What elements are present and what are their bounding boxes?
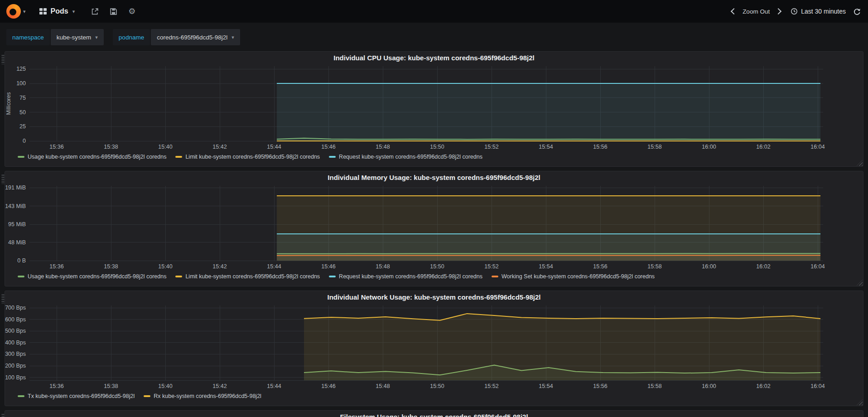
svg-text:16:00: 16:00 bbox=[702, 144, 716, 150]
svg-text:15:46: 15:46 bbox=[321, 144, 335, 150]
variable-label: namespace bbox=[6, 29, 50, 45]
share-icon bbox=[91, 8, 99, 15]
row-drag-handle[interactable] bbox=[1, 54, 5, 64]
series-line bbox=[277, 255, 820, 256]
legend-series-color-icon bbox=[329, 276, 336, 277]
namespace-dropdown[interactable]: kube-system ▾ bbox=[51, 29, 104, 45]
cpu-usage-chart[interactable]: 15:3615:3815:4015:4215:4415:4615:4815:50… bbox=[5, 64, 863, 151]
legend-series-name: Tx kube-system coredns-695f96dcd5-98j2l bbox=[28, 393, 135, 399]
legend-item[interactable]: Limit kube-system coredns-695f96dcd5-98j… bbox=[175, 154, 320, 160]
legend-series-color-icon bbox=[18, 276, 24, 277]
svg-text:15:36: 15:36 bbox=[49, 383, 63, 389]
network-usage-chart[interactable]: 15:3615:3815:4015:4215:4415:4615:4815:50… bbox=[5, 304, 863, 391]
legend-series-color-icon bbox=[492, 276, 498, 277]
zoom-out-button[interactable]: Zoom Out bbox=[743, 8, 770, 15]
legend-series-color-icon bbox=[175, 276, 182, 277]
svg-text:15:36: 15:36 bbox=[49, 144, 63, 150]
legend: Tx kube-system coredns-695f96dcd5-98j2lR… bbox=[5, 391, 863, 402]
panel-cpu-usage: Individual CPU Usage: kube-system coredn… bbox=[5, 51, 863, 167]
svg-text:500 Bps: 500 Bps bbox=[5, 328, 26, 334]
chart-canvas[interactable]: 15:3615:3815:4015:4215:4415:4615:4815:50… bbox=[5, 304, 863, 391]
legend-series-color-icon bbox=[18, 156, 24, 158]
svg-text:15:58: 15:58 bbox=[647, 144, 661, 150]
svg-text:0 B: 0 B bbox=[17, 257, 26, 264]
legend-item[interactable]: Working Set kube-system coredns-695f96dc… bbox=[492, 273, 655, 280]
svg-text:16:02: 16:02 bbox=[756, 144, 770, 150]
svg-text:15:56: 15:56 bbox=[593, 383, 607, 389]
legend-item[interactable]: Request kube-system coredns-695f96dcd5-9… bbox=[329, 154, 482, 160]
dashboard-panels: Individual CPU Usage: kube-system coredn… bbox=[0, 51, 868, 417]
svg-text:15:44: 15:44 bbox=[267, 263, 281, 270]
refresh-button[interactable] bbox=[852, 7, 862, 16]
row-drag-handle[interactable] bbox=[1, 294, 5, 304]
settings-button[interactable]: ⚙ bbox=[127, 6, 136, 16]
panel-title[interactable]: Individual Memory Usage: kube-system cor… bbox=[5, 171, 863, 184]
memory-usage-chart[interactable]: 15:3615:3815:4015:4215:4415:4615:4815:50… bbox=[5, 184, 863, 271]
panel-title[interactable]: Individual Network Usage: kube-system co… bbox=[5, 291, 863, 304]
svg-text:16:00: 16:00 bbox=[702, 383, 716, 389]
grafana-logo[interactable]: ▾ bbox=[6, 4, 26, 19]
variable-namespace: namespace kube-system ▾ bbox=[6, 29, 104, 45]
row-drag-handle[interactable] bbox=[1, 174, 5, 184]
svg-text:0: 0 bbox=[23, 138, 26, 144]
save-icon bbox=[110, 8, 117, 15]
svg-text:100 Bps: 100 Bps bbox=[5, 374, 26, 381]
svg-text:15:52: 15:52 bbox=[484, 144, 498, 150]
panel-title[interactable]: Individual CPU Usage: kube-system coredn… bbox=[5, 52, 863, 64]
share-button[interactable] bbox=[90, 7, 100, 16]
svg-text:400 Bps: 400 Bps bbox=[5, 339, 26, 346]
legend-item[interactable]: Usage kube-system coredns-695f96dcd5-98j… bbox=[18, 154, 166, 160]
chevron-down-icon: ▾ bbox=[23, 9, 26, 14]
series-fill bbox=[304, 314, 820, 380]
svg-text:15:54: 15:54 bbox=[539, 383, 553, 389]
legend-series-name: Limit kube-system coredns-695f96dcd5-98j… bbox=[185, 273, 320, 280]
legend-series-name: Working Set kube-system coredns-695f96dc… bbox=[502, 273, 655, 280]
svg-text:15:42: 15:42 bbox=[212, 144, 227, 150]
variable-podname: podname coredns-695f96dcd5-98j2l ▾ bbox=[113, 29, 240, 45]
legend-item[interactable]: Usage kube-system coredns-695f96dcd5-98j… bbox=[18, 273, 166, 280]
svg-text:15:44: 15:44 bbox=[267, 144, 281, 150]
navbar: ▾ Pods ▾ ⚙ Zoom Out bbox=[0, 0, 868, 23]
legend-series-name: Request kube-system coredns-695f96dcd5-9… bbox=[339, 154, 482, 160]
panel-filesystem-usage: Filesystem Usage: kube-system coredns-69… bbox=[5, 410, 863, 417]
grafana-logo-icon bbox=[6, 4, 21, 19]
svg-text:15:56: 15:56 bbox=[593, 263, 607, 270]
legend-series-name: Limit kube-system coredns-695f96dcd5-98j… bbox=[185, 154, 320, 160]
refresh-icon bbox=[853, 8, 861, 15]
svg-text:143 MiB: 143 MiB bbox=[5, 203, 26, 209]
chart-canvas[interactable]: 15:3615:3815:4015:4215:4415:4615:4815:50… bbox=[5, 184, 863, 271]
svg-text:191 MiB: 191 MiB bbox=[5, 184, 26, 191]
svg-text:15:52: 15:52 bbox=[484, 383, 498, 389]
svg-text:125: 125 bbox=[16, 66, 26, 72]
row-drag-handle[interactable] bbox=[1, 413, 5, 417]
svg-text:700 Bps: 700 Bps bbox=[5, 305, 26, 311]
dashboard-tools: ⚙ bbox=[90, 6, 136, 16]
chevron-down-icon: ▾ bbox=[231, 35, 234, 40]
svg-text:15:48: 15:48 bbox=[376, 263, 390, 270]
svg-text:600 Bps: 600 Bps bbox=[5, 316, 26, 323]
time-shift-back-chevron-icon[interactable] bbox=[731, 8, 737, 15]
chart-canvas[interactable]: 15:3615:3815:4015:4215:4415:4615:4815:50… bbox=[5, 64, 863, 151]
save-button[interactable] bbox=[109, 7, 118, 16]
podname-dropdown[interactable]: coredns-695f96dcd5-98j2l ▾ bbox=[151, 29, 240, 45]
time-range-label: Last 30 minutes bbox=[801, 8, 846, 15]
panel-title[interactable]: Filesystem Usage: kube-system coredns-69… bbox=[5, 411, 863, 417]
legend-series-name: Usage kube-system coredns-695f96dcd5-98j… bbox=[28, 273, 166, 280]
series-fill bbox=[277, 255, 820, 261]
legend-item[interactable]: Limit kube-system coredns-695f96dcd5-98j… bbox=[175, 273, 320, 280]
svg-text:Millicores: Millicores bbox=[5, 92, 12, 115]
dashboard-picker[interactable]: Pods ▾ bbox=[36, 5, 79, 18]
legend-item[interactable]: Request kube-system coredns-695f96dcd5-9… bbox=[329, 273, 482, 280]
legend-series-color-icon bbox=[329, 156, 336, 158]
svg-text:15:44: 15:44 bbox=[267, 383, 281, 389]
dashboard-title: Pods bbox=[51, 7, 68, 15]
time-shift-forward-chevron-icon[interactable] bbox=[775, 8, 781, 15]
svg-text:75: 75 bbox=[19, 95, 26, 101]
svg-text:50: 50 bbox=[19, 109, 26, 116]
legend-series-color-icon bbox=[18, 395, 24, 397]
legend-item[interactable]: Tx kube-system coredns-695f96dcd5-98j2l bbox=[18, 393, 135, 399]
svg-text:25: 25 bbox=[19, 123, 26, 130]
legend-item[interactable]: Rx kube-system coredns-695f96dcd5-98j2l bbox=[144, 393, 261, 399]
time-range-picker[interactable]: Last 30 minutes bbox=[791, 8, 846, 15]
series-fill bbox=[277, 83, 820, 141]
